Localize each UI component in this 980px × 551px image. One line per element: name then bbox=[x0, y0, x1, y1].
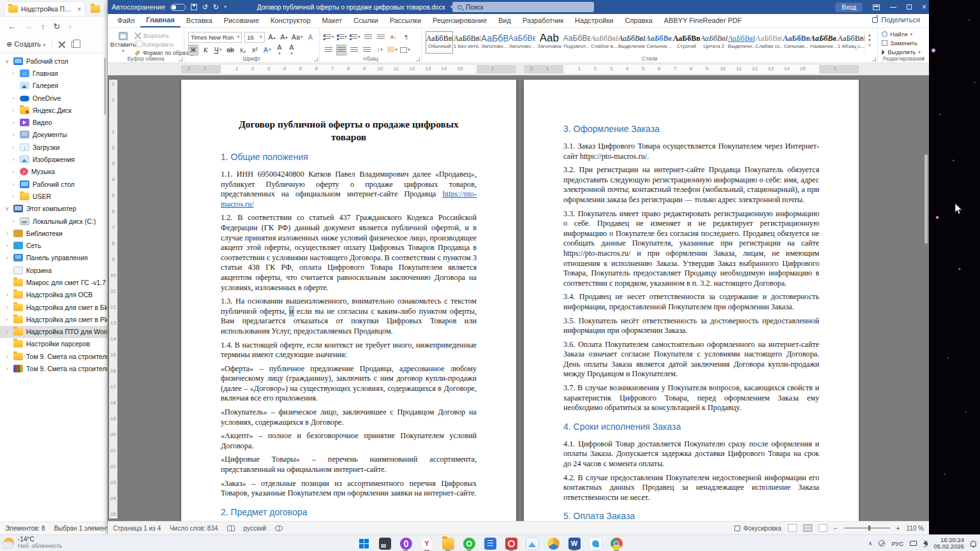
tree-item-Локальный диск (C:)[interactable]: ›Локальный диск (C:) bbox=[0, 215, 107, 227]
styles-dialog-launcher-icon[interactable] bbox=[872, 57, 876, 61]
italic-button[interactable]: К bbox=[201, 45, 211, 55]
style-Заголовок[interactable]: АabЗаголовок bbox=[535, 31, 563, 54]
tree-item-Изображения[interactable]: ›Изображения bbox=[0, 153, 107, 165]
style-Строгий[interactable]: АаБбВвГг,Строгий bbox=[672, 31, 700, 54]
styles-scroll-down-icon[interactable]: ▾ bbox=[868, 38, 871, 43]
word-count[interactable]: Число слов: 834 bbox=[170, 525, 218, 532]
line-spacing-button[interactable]: ↕▾ bbox=[375, 45, 385, 55]
read-mode-button[interactable] bbox=[788, 524, 797, 532]
tree-item-Корзина[interactable]: Корзина bbox=[0, 264, 107, 276]
style-Сильное...[interactable]: АаБбВвГгСильное... bbox=[645, 31, 672, 54]
subscript-button[interactable]: x₂ bbox=[238, 45, 248, 55]
minimize-icon[interactable] bbox=[890, 7, 896, 8]
style-Слабая сс...[interactable]: АаБбВвГг,Слабая сс... bbox=[755, 31, 782, 54]
borders-button[interactable]: ▾ bbox=[400, 45, 410, 55]
multilevel-list-button[interactable]: ▾ bbox=[350, 32, 360, 43]
tree-chevron-icon[interactable]: › bbox=[10, 144, 17, 151]
forward-icon[interactable]: → bbox=[24, 22, 33, 31]
style-Обычный[interactable]: АаБбВвГг,Обычный bbox=[426, 31, 453, 54]
taskbar-button-monitor-app[interactable] bbox=[524, 536, 540, 551]
tree-item-Настройки парсеров[interactable]: Настройки парсеров bbox=[0, 338, 107, 350]
zoom-in-icon[interactable]: + bbox=[896, 525, 900, 532]
ribbon-tab-Макет[interactable]: Макет bbox=[316, 15, 348, 27]
tree-item-Рабочий стол[interactable]: ∨Рабочий стол bbox=[0, 55, 107, 67]
taskbar-button-yandex-browser[interactable]: Y bbox=[419, 536, 434, 551]
network-icon[interactable] bbox=[879, 540, 885, 547]
bullets-button[interactable]: ▾ bbox=[323, 32, 334, 43]
ribbon-tab-Рисование[interactable]: Рисование bbox=[218, 15, 265, 27]
language-indicator[interactable]: русский bbox=[244, 525, 267, 532]
volume-icon[interactable] bbox=[923, 541, 927, 546]
paste-button[interactable]: Вставить ▾ bbox=[112, 31, 135, 54]
tree-chevron-icon[interactable]: › bbox=[4, 353, 10, 360]
focus-button[interactable]: Фокусировка bbox=[734, 525, 782, 532]
ribbon-tab-Рассылки[interactable]: Рассылки bbox=[384, 15, 427, 27]
explorer-tab-partial[interactable] bbox=[91, 5, 100, 13]
copy-icon[interactable] bbox=[71, 41, 77, 48]
print-layout-button[interactable] bbox=[803, 524, 812, 532]
tree-item-Библиотеки[interactable]: ›Библиотеки bbox=[0, 227, 107, 239]
page-indicator[interactable]: Страница 1 из 4 bbox=[113, 525, 161, 532]
numbering-button[interactable]: ▾ bbox=[337, 32, 348, 43]
tree-chevron-icon[interactable]: › bbox=[10, 131, 17, 138]
clipboard-dialog-launcher-icon[interactable] bbox=[179, 57, 182, 61]
style-Сильная...[interactable]: АаБбВвГг,Сильная... bbox=[782, 31, 810, 54]
zoom-slider[interactable] bbox=[844, 527, 890, 529]
taskbar-button-color-wheel[interactable] bbox=[546, 536, 561, 551]
zoom-out-icon[interactable]: − bbox=[834, 525, 838, 532]
tree-chevron-icon[interactable]: › bbox=[10, 181, 17, 187]
tree-chevron-icon[interactable]: › bbox=[4, 291, 10, 298]
search-input[interactable]: Поиск bbox=[452, 2, 594, 12]
tree-item-Том 9. Смета на строительство[interactable]: ›Том 9. Смета на строительство bbox=[0, 350, 107, 362]
style-Название...[interactable]: АаБбВвГг,Название... bbox=[810, 31, 837, 54]
tree-chevron-icon[interactable]: › bbox=[4, 254, 10, 261]
sort-button[interactable]: я↓ bbox=[389, 32, 399, 43]
tree-item-Яндекс.Диск[interactable]: ›Яндекс.Диск bbox=[0, 104, 107, 116]
undo-icon[interactable]: ↺ bbox=[202, 3, 208, 11]
superscript-button[interactable]: x² bbox=[250, 45, 260, 55]
increase-indent-button[interactable] bbox=[376, 32, 386, 43]
tree-chevron-icon[interactable]: › bbox=[10, 70, 17, 77]
ribbon-tab-Рецензирование[interactable]: Рецензирование bbox=[427, 15, 493, 27]
cut-icon[interactable] bbox=[59, 41, 65, 48]
justify-button[interactable] bbox=[362, 45, 372, 55]
strikethrough-button[interactable]: ab bbox=[225, 45, 235, 55]
tree-item-Рабочий стол[interactable]: ›Рабочий стол bbox=[0, 178, 107, 190]
clear-formatting-button[interactable]: А bbox=[306, 32, 315, 43]
tree-item-Главная[interactable]: ›⌂Главная bbox=[0, 67, 107, 79]
highlight-button[interactable]: А▾ bbox=[274, 45, 284, 55]
align-right-button[interactable] bbox=[349, 45, 359, 55]
taskbar-button-photos[interactable] bbox=[377, 536, 392, 551]
style-Выделение[interactable]: АаБбВвГгВыделение bbox=[618, 31, 645, 54]
collapse-ribbon-icon[interactable]: ∧ bbox=[921, 55, 925, 61]
taskbar-button-word[interactable]: W bbox=[567, 536, 582, 551]
tree-item-Надстройка для смет в РИМ ГС и П[interactable]: ›Надстройка для смет в РИМ ГС и П bbox=[0, 313, 107, 325]
styles-gallery-expand-icon[interactable]: ≡ bbox=[868, 43, 871, 47]
paragraph-dialog-launcher-icon[interactable] bbox=[416, 57, 420, 61]
notifications-icon[interactable] bbox=[970, 541, 976, 547]
tree-item-Надстройка для ОСВ[interactable]: ›Надстройка для ОСВ bbox=[0, 289, 107, 301]
replace-button[interactable]: Заменить bbox=[882, 40, 925, 47]
taskbar-button-start[interactable] bbox=[356, 536, 371, 551]
ribbon-tab-Вставка[interactable]: Вставка bbox=[181, 15, 218, 27]
tree-item-USER[interactable]: ›USER bbox=[0, 190, 107, 202]
document-page-2[interactable]: 3. Оформление Заказа3.1. Заказ Цифрового… bbox=[524, 80, 859, 521]
tree-item-Видео[interactable]: ›Видео bbox=[0, 116, 107, 128]
display-icon[interactable] bbox=[910, 541, 917, 546]
paste-dropdown-icon[interactable]: ▾ bbox=[122, 48, 124, 54]
align-center-button[interactable] bbox=[336, 45, 346, 55]
tree-item-Музыка[interactable]: ›♪Музыка bbox=[0, 166, 107, 178]
tree-chevron-icon[interactable]: › bbox=[10, 218, 17, 224]
tree-item-Надстройка ПТО для Word[interactable]: ›Надстройка ПТО для Word bbox=[0, 326, 107, 338]
taskbar-button-calculator[interactable] bbox=[482, 536, 498, 551]
ribbon-tab-Главная[interactable]: Главная bbox=[140, 14, 181, 27]
tree-item-Этот компьютер[interactable]: ∨Этот компьютер bbox=[0, 203, 107, 215]
tree-chevron-icon[interactable]: ∨ bbox=[4, 205, 10, 212]
word-scrollbar[interactable] bbox=[924, 152, 928, 521]
style-Подзагол...[interactable]: АаБбВвГПодзагол... bbox=[563, 31, 590, 54]
back-icon[interactable]: ← bbox=[8, 22, 16, 31]
proofing-icon[interactable] bbox=[227, 525, 235, 531]
taskbar-button-opera[interactable] bbox=[398, 536, 413, 551]
align-left-button[interactable] bbox=[323, 45, 334, 55]
tree-chevron-icon[interactable]: › bbox=[10, 168, 17, 175]
